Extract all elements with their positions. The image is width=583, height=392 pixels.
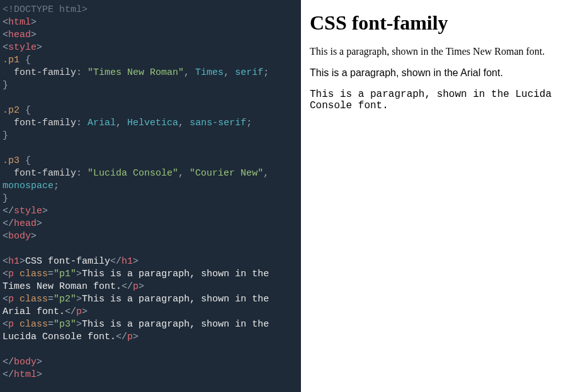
code-sel-p2: .p2 [3,105,20,116]
preview-heading: CSS font-family [310,11,574,35]
preview-panel: CSS font-family This is a paragraph, sho… [301,0,583,392]
code-lt: < [3,17,8,28]
code-h1-text: CSS font-family [25,256,110,267]
code-html-close: html [14,369,37,380]
code-sel-p3: .p3 [3,155,20,166]
code-p2-text-b: Arial font. [3,306,65,317]
code-doctype: <!DOCTYPE html> [3,4,88,15]
code-body-close: body [14,357,37,367]
code-p3-text-a: This is a paragraph, shown in the [82,319,275,330]
code-p2-text-a: This is a paragraph, shown in the [82,294,275,305]
code-editor-panel[interactable]: <!DOCTYPE html> <html> <head> <style> .p… [0,0,301,392]
preview-paragraph-arial: This is a paragraph, shown in the Arial … [310,67,574,79]
code-body-open: body [8,231,31,242]
code-style-open: style [8,42,37,53]
code-html-open: html [8,17,31,28]
code-head-close: head [14,218,37,229]
code-head-open: head [8,30,31,40]
code-h1-open: h1 [8,256,20,267]
preview-paragraph-lucida: This is a paragraph, shown in the Lucida… [310,89,574,111]
code-sel-p1: .p1 [3,55,20,65]
code-p3-text-b: Lucida Console font. [3,332,116,342]
code-style-close: style [14,206,42,216]
code-val-tnr: "Times New Roman" [88,67,184,78]
code-p1-text-b: Times New Roman font. [3,281,122,292]
preview-paragraph-times: This is a paragraph, shown in the Times … [310,46,574,57]
code-p1-text-a: This is a paragraph, shown in the [82,269,275,279]
code-gt: > [31,17,37,28]
code-prop-ff: font-family [14,67,76,78]
